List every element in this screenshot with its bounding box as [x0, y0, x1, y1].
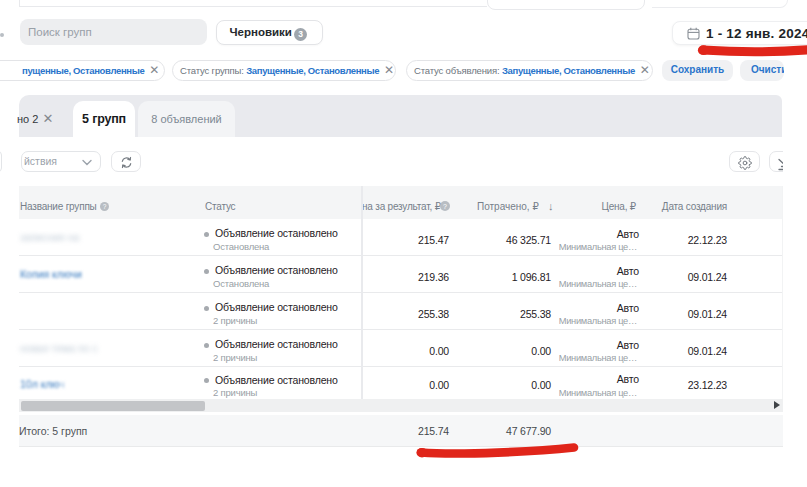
svg-text:?: ? [443, 203, 447, 210]
svg-text:?: ? [103, 203, 107, 210]
